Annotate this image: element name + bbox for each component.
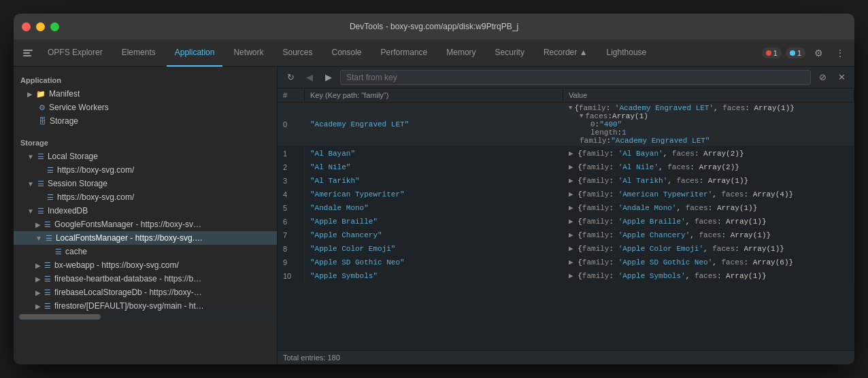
settings-icon[interactable]: ⚙: [809, 44, 827, 62]
sidebar-scrollbar-thumb[interactable]: [19, 314, 101, 320]
sidebar-item-local-fonts[interactable]: ▼ ☰ LocalFontsManager - https://boxy-svg…: [14, 231, 277, 245]
tab-application[interactable]: Application: [167, 39, 223, 67]
close-button[interactable]: [22, 22, 31, 31]
cell-key: "Apple Chancery": [305, 228, 563, 241]
val-1: 1: [622, 128, 627, 137]
tab-recorder[interactable]: Recorder ▲: [535, 39, 596, 67]
indexeddb-icon: ☰: [37, 207, 44, 216]
bx-webapp-caret: ▶: [35, 262, 41, 269]
sidebar-item-session-storage-url[interactable]: ☰ https://boxy-svg.com/: [14, 190, 277, 204]
table-row[interactable]: 4 "American Typewriter" ▶ {family: 'Amer…: [278, 188, 854, 201]
sidebar: Application ▶ 📁 Manifest ⚙ Service Worke…: [14, 67, 278, 364]
session-storage-url-icon: ☰: [47, 193, 54, 202]
cell-key: "American Typewriter": [305, 188, 563, 201]
sidebar-item-cache[interactable]: ☰ cache: [14, 245, 277, 258]
cell-num: 8: [278, 242, 305, 255]
table-row[interactable]: 3 "Al Tarikh" ▶ {family: 'Al Tarikh', fa…: [278, 174, 854, 188]
colon: :: [607, 112, 612, 120]
minimize-button[interactable]: [36, 22, 45, 31]
cell-key: "Apple Color Emoji": [305, 242, 563, 255]
search-input[interactable]: [340, 70, 811, 85]
local-storage-icon: ☰: [37, 152, 44, 161]
tab-lighthouse[interactable]: Lighthouse: [599, 39, 655, 67]
sidebar-item-local-storage-url[interactable]: ☰ https://boxy-svg.com/: [14, 163, 277, 177]
tab-network[interactable]: Network: [225, 39, 271, 67]
sidebar-item-label: firebase-heartbeat-database - https://bo…: [54, 274, 204, 284]
error-count: 1: [773, 49, 778, 57]
sidebar-item-firebase-local-storage[interactable]: ▶ ☰ firebaseLocalStorageDb - https://box…: [14, 286, 277, 299]
sidebar-item-indexeddb[interactable]: ▼ ☰ IndexedDB: [14, 204, 277, 218]
sidebar-item-label: Session Storage: [48, 179, 107, 188]
sidebar-item-label: Local Storage: [48, 152, 98, 161]
prop-label: faces: [585, 112, 607, 120]
next-button[interactable]: ▶: [321, 70, 336, 85]
table-row[interactable]: 10 "Apple Symbols" ▶ {family: 'Apple Sym…: [278, 269, 854, 283]
message-badge[interactable]: 1: [786, 48, 805, 58]
sidebar-section-storage: Storage: [14, 135, 277, 150]
clear-button[interactable]: ⊘: [815, 70, 830, 85]
tab-memory[interactable]: Memory: [438, 39, 484, 67]
sidebar-item-firebase-heartbeat[interactable]: ▶ ☰ firebase-heartbeat-database - https:…: [14, 272, 277, 286]
tab-opfs-explorer[interactable]: OPFS Explorer: [39, 39, 111, 67]
firebase-local-storage-icon: ☰: [44, 288, 51, 297]
tab-elements[interactable]: Elements: [114, 39, 164, 67]
tabs-toolbar: OPFS Explorer Elements Application Netwo…: [14, 39, 854, 67]
expanded-value: ▼ {family: 'Academy Engraved LET', faces…: [569, 104, 795, 145]
sidebar-item-firestore[interactable]: ▶ ☰ firestore/[DEFAULT]/boxy-svg/main - …: [14, 299, 277, 313]
devtools-icon[interactable]: [19, 44, 37, 62]
colon: :: [595, 120, 600, 128]
sidebar-item-label: bx-webapp - https://boxy-svg.com/: [54, 260, 179, 270]
prev-button[interactable]: ◀: [302, 70, 317, 85]
indexeddb-caret-down: ▼: [27, 207, 34, 215]
table-row[interactable]: 1 "Al Bayan" ▶ {family: 'Al Bayan', face…: [278, 147, 854, 160]
firestore-icon: ☰: [44, 302, 51, 311]
table-row[interactable]: 9 "Apple SD Gothic Neo" ▶ {family: 'Appl…: [278, 256, 854, 269]
refresh-button[interactable]: ↻: [283, 70, 298, 85]
sidebar-item-google-fonts[interactable]: ▶ ☰ GoogleFontsManager - https://boxy-sv…: [14, 218, 277, 231]
tab-security[interactable]: Security: [487, 39, 533, 67]
error-dot: [766, 50, 771, 56]
sidebar-item-bx-webapp[interactable]: ▶ ☰ bx-webapp - https://boxy-svg.com/: [14, 258, 277, 272]
tab-performance[interactable]: Performance: [373, 39, 436, 67]
sidebar-item-storage[interactable]: 🗄 Storage: [14, 114, 277, 128]
cell-value: ▶ {family: 'Apple Symbols', faces: Array…: [563, 269, 854, 282]
firebase-heartbeat-icon: ☰: [44, 275, 51, 284]
firebase-local-storage-caret: ▶: [35, 289, 41, 296]
tab-sources[interactable]: Sources: [274, 39, 320, 67]
cell-key: "Andale Mono": [305, 201, 563, 214]
col-num: #: [278, 88, 305, 102]
table-row[interactable]: 5 "Andale Mono" ▶ {family: 'Andale Mono'…: [278, 201, 854, 215]
table-row[interactable]: 0 "Academy Engraved LET" ▼ {family: 'Aca…: [278, 103, 854, 147]
table-row[interactable]: 8 "Apple Color Emoji" ▶ {family: 'Apple …: [278, 242, 854, 256]
main-area: Application ▶ 📁 Manifest ⚙ Service Worke…: [14, 67, 854, 364]
colon: :: [607, 137, 612, 145]
val-array: Array(1): [612, 112, 648, 120]
cell-num: 10: [278, 269, 305, 282]
table-row[interactable]: 6 "Apple Braille" ▶ {family: 'Apple Brai…: [278, 215, 854, 228]
sidebar-item-session-storage[interactable]: ▼ ☰ Session Storage: [14, 177, 277, 190]
toolbar-right: 1 1 ⚙ ⋮: [762, 44, 849, 62]
sidebar-scrollbar[interactable]: [14, 314, 277, 322]
sidebar-item-label: Service Workers: [49, 103, 109, 112]
cell-value: ▶ {family: 'American Typewriter', faces:…: [563, 188, 854, 201]
titlebar: DevTools - boxy-svg.com/app/disk:w9PtrqP…: [14, 14, 854, 39]
google-fonts-caret: ▶: [35, 221, 41, 228]
sidebar-item-service-workers[interactable]: ⚙ Service Workers: [14, 101, 277, 114]
table-row[interactable]: 7 "Apple Chancery" ▶ {family: 'Apple Cha…: [278, 228, 854, 242]
colon: :: [618, 128, 622, 137]
table-row[interactable]: 2 "Al Nile" ▶ {family: 'Al Nile', faces:…: [278, 160, 854, 174]
maximize-button[interactable]: [50, 22, 59, 31]
folder-icon: 📁: [36, 90, 46, 99]
tab-console[interactable]: Console: [324, 39, 370, 67]
cell-num: 4: [278, 188, 305, 201]
error-badge[interactable]: 1: [762, 48, 782, 58]
data-panel: ↻ ◀ ▶ ⊘ ✕ # Key (Key path: "family") Val…: [278, 67, 854, 364]
devtools-window: DevTools - boxy-svg.com/app/disk:w9PtrqP…: [14, 14, 854, 364]
sidebar-item-manifest[interactable]: ▶ 📁 Manifest: [14, 87, 277, 101]
more-icon[interactable]: ⋮: [831, 44, 849, 62]
close-button[interactable]: ✕: [834, 70, 849, 85]
local-fonts-caret-down: ▼: [35, 235, 42, 242]
window-title: DevTools - boxy-svg.com/app/disk:w9PtrqP…: [350, 22, 518, 31]
sidebar-item-local-storage[interactable]: ▼ ☰ Local Storage: [14, 150, 277, 163]
status-bar: Total entries: 180: [278, 350, 854, 364]
